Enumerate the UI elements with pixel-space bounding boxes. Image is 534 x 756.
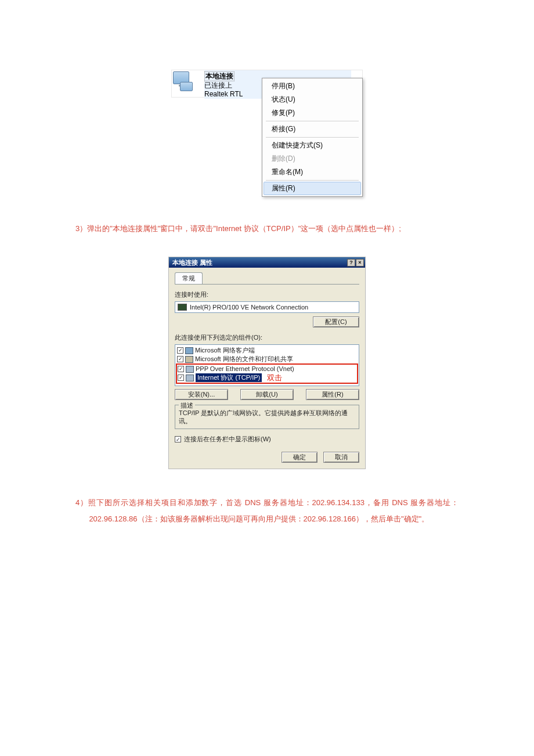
component-item-pppoe[interactable]: ✓ PPP Over Ethernet Protocol (Vnet) bbox=[178, 365, 356, 373]
nic-icon bbox=[178, 304, 187, 311]
service-icon bbox=[185, 356, 193, 363]
ctx-properties[interactable]: 属性(R) bbox=[264, 182, 361, 195]
connection-adapter: Realtek RTL bbox=[204, 90, 243, 98]
instruction-step-3: 3）弹出的"本地连接属性"窗口中，请双击"Internet 协议（TCP/IP）… bbox=[75, 221, 459, 237]
ctx-separator bbox=[266, 137, 359, 138]
connection-title: 本地连接 bbox=[204, 71, 234, 81]
ctx-bridge[interactable]: 桥接(G) bbox=[264, 123, 361, 136]
description-group: 描述 TCP/IP 是默认的广域网协议。它提供跨越多种互联网络的通讯。 bbox=[175, 405, 359, 429]
ok-button[interactable]: 确定 bbox=[282, 452, 317, 463]
checkbox-icon[interactable]: ✓ bbox=[178, 366, 184, 372]
local-connection-properties-dialog: 本地连接 属性 ? × 常规 连接时使用: Intel(R) PRO/100 V… bbox=[168, 257, 366, 469]
show-tray-label: 连接后在任务栏中显示图标(W) bbox=[184, 435, 271, 444]
ctx-repair[interactable]: 修复(P) bbox=[264, 106, 361, 120]
dialog-titlebar: 本地连接 属性 ? × bbox=[169, 257, 365, 268]
component-label: Microsoft 网络客户端 bbox=[195, 346, 255, 355]
network-connection-icon bbox=[173, 71, 201, 95]
checkbox-icon[interactable]: ✓ bbox=[178, 375, 184, 381]
dialog-title: 本地连接 属性 bbox=[172, 258, 212, 267]
component-item-tcpip[interactable]: ✓ Internet 协议 (TCP/IP) 双击 bbox=[178, 373, 356, 382]
component-item-fileshare[interactable]: ✓ Microsoft 网络的文件和打印机共享 bbox=[177, 355, 357, 363]
protocol-icon bbox=[186, 366, 194, 373]
ctx-status[interactable]: 状态(U) bbox=[264, 93, 361, 106]
instruction-step-4: 4）照下图所示选择相关项目和添加数字，首选 DNS 服务器地址：202.96.1… bbox=[75, 495, 459, 527]
ctx-separator bbox=[266, 121, 359, 121]
ctx-separator bbox=[266, 180, 359, 181]
protocol-icon bbox=[186, 375, 194, 381]
context-menu-figure: 本地连接 已连接上 Realtek RTL b... 停用(B) 状态(U) 修… bbox=[171, 70, 363, 197]
install-button[interactable]: 安装(N)... bbox=[175, 389, 228, 400]
checkbox-icon[interactable]: ✓ bbox=[177, 356, 183, 362]
component-item-client[interactable]: ✓ Microsoft 网络客户端 bbox=[177, 346, 357, 355]
uninstall-button[interactable]: 卸载(U) bbox=[240, 389, 294, 400]
close-button[interactable]: × bbox=[356, 259, 364, 267]
properties-button[interactable]: 属性(R) bbox=[306, 389, 359, 400]
tab-general[interactable]: 常规 bbox=[175, 272, 203, 284]
client-icon bbox=[185, 347, 193, 354]
ctx-shortcut[interactable]: 创建快捷方式(S) bbox=[264, 139, 361, 152]
description-title: 描述 bbox=[179, 401, 195, 409]
component-label-selected: Internet 协议 (TCP/IP) bbox=[196, 373, 262, 382]
components-label: 此连接使用下列选定的组件(O): bbox=[175, 333, 359, 342]
highlight-box: ✓ PPP Over Ethernet Protocol (Vnet) ✓ In… bbox=[176, 363, 358, 384]
tab-row: 常规 bbox=[175, 272, 359, 285]
checkbox-icon[interactable]: ✓ bbox=[175, 436, 181, 442]
ctx-delete[interactable]: 删除(D) bbox=[264, 152, 361, 165]
show-tray-option[interactable]: ✓ 连接后在任务栏中显示图标(W) bbox=[175, 435, 359, 444]
context-menu: 停用(B) 状态(U) 修复(P) 桥接(G) 创建快捷方式(S) 删除(D) … bbox=[262, 78, 363, 197]
component-label: PPP Over Ethernet Protocol (Vnet) bbox=[196, 365, 294, 373]
cancel-button[interactable]: 取消 bbox=[323, 452, 359, 463]
connection-status: 已连接上 bbox=[204, 81, 232, 89]
checkbox-icon[interactable]: ✓ bbox=[177, 347, 183, 354]
adapter-name: Intel(R) PRO/100 VE Network Connection bbox=[190, 304, 308, 311]
help-button[interactable]: ? bbox=[347, 259, 355, 267]
description-body: TCP/IP 是默认的广域网协议。它提供跨越多种互联网络的通讯。 bbox=[179, 409, 348, 424]
ctx-disable[interactable]: 停用(B) bbox=[264, 80, 361, 93]
double-click-annotation: 双击 bbox=[267, 373, 282, 382]
component-label: Microsoft 网络的文件和打印机共享 bbox=[195, 355, 293, 363]
components-list[interactable]: ✓ Microsoft 网络客户端 ✓ Microsoft 网络的文件和打印机共… bbox=[175, 344, 359, 386]
ctx-rename[interactable]: 重命名(M) bbox=[264, 165, 361, 179]
connect-using-label: 连接时使用: bbox=[175, 290, 359, 299]
configure-button[interactable]: 配置(C) bbox=[313, 316, 359, 327]
adapter-field: Intel(R) PRO/100 VE Network Connection bbox=[175, 301, 359, 313]
